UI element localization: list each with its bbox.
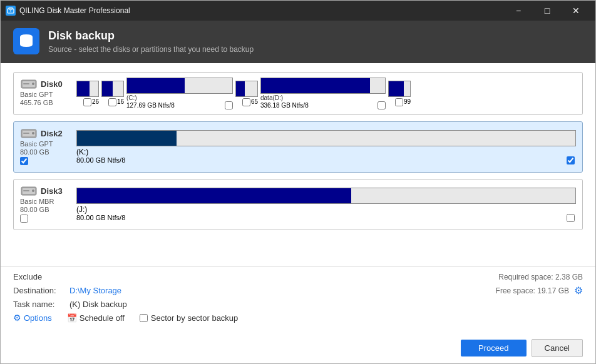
disk3-info: Disk3 Basic MBR 80.00 GB xyxy=(20,185,76,225)
disk0-part1-size: 26 xyxy=(92,98,99,106)
disk0-info: Disk0 Basic GPT 465.76 GB xyxy=(20,78,76,106)
disk0-part3-bar xyxy=(126,78,233,94)
disk3-type: Basic MBR xyxy=(20,198,76,205)
svg-rect-7 xyxy=(23,83,29,84)
disk0-part3-label: (C:) xyxy=(126,94,233,101)
disk0-part5: data(D:) 336.18 GB Ntfs/8 xyxy=(260,78,386,109)
disk2-part-size: 80.00 GB Ntfs/8 xyxy=(76,156,125,164)
svg-point-10 xyxy=(32,132,34,134)
cancel-button[interactable]: Cancel xyxy=(532,339,583,357)
hdd2-icon xyxy=(20,127,38,139)
disk2-type: Basic GPT xyxy=(20,140,76,148)
schedule-label: Schedule off xyxy=(80,313,125,323)
disk0-part5-label: data(D:) xyxy=(260,94,386,101)
page-subtitle: Source - select the disks or partitions … xyxy=(48,45,254,54)
disk0-name: Disk0 xyxy=(41,79,63,89)
disk0-part2-bar xyxy=(101,81,124,97)
gear-icon: ⚙ xyxy=(13,313,21,323)
disk0-partitions: 26 16 xyxy=(76,78,576,109)
disk3-part-size: 80.00 GB Ntfs/8 xyxy=(76,214,125,221)
action-buttons: Proceed Cancel xyxy=(1,334,595,363)
disk-list: Disk0 Basic GPT 465.76 GB 26 xyxy=(1,63,595,266)
disk2-item: Disk2 Basic GPT 80.00 GB (K:) xyxy=(13,121,583,173)
disk3-part-bar xyxy=(76,188,576,204)
disk3-select-checkbox[interactable] xyxy=(20,215,28,223)
header-info: Disk backup Source - select the disks or… xyxy=(48,29,254,53)
disk2-part-checkbox[interactable] xyxy=(567,156,575,164)
options-label: Options xyxy=(24,313,52,323)
maximize-button[interactable]: □ xyxy=(533,1,562,21)
disk0-part4-bar xyxy=(235,81,258,97)
disk-backup-icon xyxy=(13,28,39,54)
disk3-size: 80.00 GB xyxy=(20,206,76,213)
disk0-part3-checkbox[interactable] xyxy=(225,101,233,109)
disk0-part5-size: 336.18 GB Ntfs/8 xyxy=(260,102,309,109)
disk0-item: Disk0 Basic GPT 465.76 GB 26 xyxy=(13,72,583,115)
disk2-partitions: (K:) 80.00 GB Ntfs/8 xyxy=(76,130,576,164)
disk0-part6: 99 xyxy=(388,81,411,106)
disk2-row: Disk2 Basic GPT 80.00 GB (K:) xyxy=(20,127,576,167)
destination-value[interactable]: D:\My Storage xyxy=(69,286,496,295)
disk0-part5-checkbox[interactable] xyxy=(378,101,386,109)
window-controls: − □ ✕ xyxy=(504,1,590,21)
sector-checkbox[interactable] xyxy=(140,314,148,322)
sector-option: Sector by sector backup xyxy=(140,313,238,323)
svg-rect-15 xyxy=(23,190,29,191)
exclude-label: Exclude xyxy=(13,272,42,281)
disk0-part6-bar xyxy=(388,81,411,97)
schedule-button[interactable]: 📅 Schedule off xyxy=(67,313,125,323)
disk2-size: 80.00 GB xyxy=(20,148,76,156)
disk0-part1: 26 xyxy=(76,81,99,106)
free-space-area: Free space: 19.17 GB ⚙ xyxy=(496,285,583,296)
hdd-icon xyxy=(20,78,38,90)
free-space-label: Free space: 19.17 GB xyxy=(496,286,569,295)
disk3-item: Disk3 Basic MBR 80.00 GB (J:) xyxy=(13,179,583,230)
disk3-name: Disk3 xyxy=(41,186,63,196)
disk0-part2: 16 xyxy=(101,81,124,106)
options-row: ⚙ Options 📅 Schedule off Sector by secto… xyxy=(13,313,583,323)
disk2-info: Disk2 Basic GPT 80.00 GB xyxy=(20,127,76,167)
disk0-part2-checkbox[interactable] xyxy=(108,98,116,106)
disk0-type: Basic GPT xyxy=(20,91,76,98)
footer-section: Exclude Required space: 2.38 GB Destinat… xyxy=(1,266,595,334)
hdd3-icon xyxy=(20,185,38,197)
disk0-part1-bar xyxy=(76,81,99,97)
disk0-part2-size: 16 xyxy=(117,98,124,106)
exclude-row: Exclude Required space: 2.38 GB xyxy=(13,272,583,281)
title-bar: QILING Disk Master Professional − □ ✕ xyxy=(1,1,595,21)
proceed-button[interactable]: Proceed xyxy=(461,340,526,356)
disk2-name: Disk2 xyxy=(41,129,63,138)
browse-icon[interactable]: ⚙ xyxy=(574,285,583,296)
page-title: Disk backup xyxy=(48,29,254,43)
disk0-part6-checkbox[interactable] xyxy=(395,98,403,106)
disk0-part4-checkbox[interactable] xyxy=(242,98,250,106)
svg-point-2 xyxy=(10,11,11,12)
options-button[interactable]: ⚙ Options xyxy=(13,313,52,323)
task-name-value: (K) Disk backup xyxy=(69,300,127,309)
disk0-part4: 65 xyxy=(235,81,258,106)
disk0-part4-size: 65 xyxy=(251,98,258,106)
taskname-row: Task name: (K) Disk backup xyxy=(13,300,583,309)
disk0-row: Disk0 Basic GPT 465.76 GB 26 xyxy=(20,78,576,109)
svg-point-14 xyxy=(32,190,34,192)
disk2-part-label: (K:) xyxy=(76,148,88,156)
disk3-part-checkbox[interactable] xyxy=(567,214,575,222)
disk0-size: 465.76 GB xyxy=(20,99,76,106)
close-button[interactable]: ✕ xyxy=(562,1,590,21)
disk3-row: Disk3 Basic MBR 80.00 GB (J:) xyxy=(20,185,576,225)
disk0-part3: (C:) 127.69 GB Ntfs/8 xyxy=(126,78,233,109)
window-title: QILING Disk Master Professional xyxy=(19,6,504,15)
disk0-part3-size: 127.69 GB Ntfs/8 xyxy=(126,102,175,109)
disk2-select-checkbox[interactable] xyxy=(20,157,28,165)
disk0-part6-size: 99 xyxy=(404,98,411,106)
page-header: Disk backup Source - select the disks or… xyxy=(1,21,595,63)
disk3-partitions: (J:) 80.00 GB Ntfs/8 xyxy=(76,188,576,222)
svg-point-6 xyxy=(32,83,34,85)
minimize-button[interactable]: − xyxy=(504,1,533,21)
destination-row: Destination: D:\My Storage Free space: 1… xyxy=(13,285,583,296)
destination-label: Destination: xyxy=(13,286,69,295)
required-space: Required space: 2.38 GB xyxy=(498,273,583,281)
disk0-part5-bar xyxy=(260,78,386,94)
disk0-part1-checkbox[interactable] xyxy=(83,98,91,106)
main-window: QILING Disk Master Professional − □ ✕ Di… xyxy=(0,0,596,364)
